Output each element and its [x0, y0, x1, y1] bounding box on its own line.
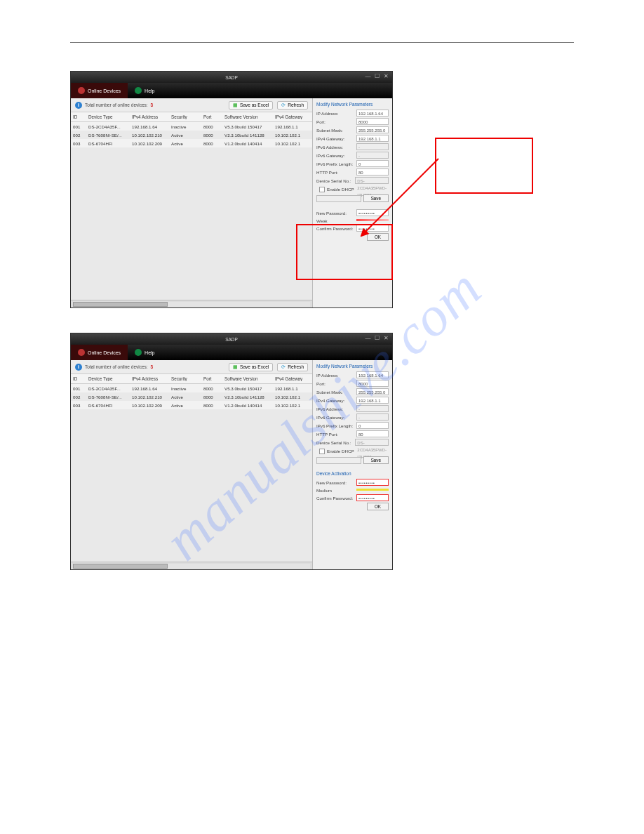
refresh-button[interactable]: ⟳ Refresh	[277, 363, 308, 371]
col-id[interactable]: ID	[71, 114, 86, 119]
horizontal-scrollbar[interactable]	[71, 300, 312, 307]
button-label: Save as Excel	[240, 102, 269, 107]
col-sec[interactable]: Security	[169, 114, 201, 119]
subnet-input[interactable]: 255.255.255.0	[356, 126, 389, 133]
excel-icon: ▦	[233, 102, 238, 108]
close-icon[interactable]: ✕	[383, 73, 389, 79]
network-params-pane: Modify Network Parameters IP Address:192…	[313, 360, 392, 569]
refresh-button[interactable]: ⟳ Refresh	[277, 101, 308, 110]
maximize-icon[interactable]: ☐	[374, 335, 380, 341]
col-sv[interactable]: Software Version	[222, 376, 273, 381]
col-sv[interactable]: Software Version	[222, 114, 273, 119]
col-type[interactable]: Device Type	[86, 376, 130, 381]
http-port-input[interactable]: 80	[356, 168, 389, 176]
tab-bar: Online Devices Help	[71, 345, 392, 360]
refresh-icon: ⟳	[281, 364, 286, 370]
ok-button[interactable]: OK	[367, 503, 389, 510]
help-icon	[135, 87, 142, 94]
tab-help[interactable]: Help	[128, 83, 161, 98]
page-rule	[70, 42, 574, 43]
confirm-password-input[interactable]: •••••••••	[356, 225, 389, 232]
password-input[interactable]	[316, 195, 361, 202]
col-port[interactable]: Port	[201, 376, 222, 381]
tab-label: Online Devices	[88, 350, 121, 355]
save-as-excel-button[interactable]: ▦ Save as Excel	[229, 363, 273, 371]
col-gw[interactable]: IPv4 Gateway	[273, 114, 312, 119]
sadp-window: SADP — ☐ ✕ Online Devices Help i	[70, 333, 393, 570]
col-sec[interactable]: Security	[169, 376, 201, 381]
ip-input[interactable]: 192.168.1.64	[356, 371, 389, 378]
table-row[interactable]: 002 DS-7608NI-SE/... 10.102.102.210 Acti…	[71, 392, 312, 401]
excel-icon: ▦	[233, 364, 238, 370]
col-gw[interactable]: IPv4 Gateway	[273, 376, 312, 381]
http-port-input[interactable]: 80	[356, 430, 389, 437]
col-type[interactable]: Device Type	[86, 114, 130, 119]
subnet-input[interactable]: 255.255.255.0	[356, 388, 389, 395]
ipv6-input[interactable]: -	[356, 405, 389, 412]
table-row[interactable]: 001 DS-2CD4A35F... 192.168.1.64 Inactive…	[71, 122, 312, 131]
port-input[interactable]: 8000	[356, 118, 389, 125]
strength-bar	[356, 219, 389, 221]
maximize-icon[interactable]: ☐	[374, 73, 380, 79]
window-title: SADP	[225, 337, 238, 342]
tab-bar: Online Devices Help	[71, 83, 392, 98]
annotation-callout-box	[435, 138, 533, 194]
device-count: 3	[151, 102, 154, 107]
window-title: SADP	[225, 75, 238, 80]
ip-input[interactable]: 192.168.1.64	[356, 110, 389, 117]
window-titlebar: SADP — ☐ ✕	[71, 333, 392, 345]
side-title: Modify Network Parameters	[316, 364, 389, 369]
scroll-thumb[interactable]	[73, 302, 168, 307]
table-row[interactable]: 003 DS-6704HFI 10.102.102.209 Active 800…	[71, 139, 312, 147]
strength-label: Weak	[316, 218, 354, 223]
tab-help[interactable]: Help	[128, 345, 161, 360]
save-button[interactable]: Save	[363, 456, 389, 464]
ipv6-input[interactable]: -	[356, 143, 389, 150]
info-icon: i	[75, 102, 82, 109]
save-button[interactable]: Save	[363, 194, 389, 202]
button-label: Save as Excel	[240, 364, 269, 369]
strength-label: Medium	[316, 488, 354, 493]
devices-icon	[78, 349, 85, 356]
ipv6-gateway-input[interactable]: -	[356, 152, 389, 159]
side-title: Modify Network Parameters	[316, 102, 389, 107]
new-password-input[interactable]: •••••••••	[356, 479, 389, 486]
window-titlebar: SADP — ☐ ✕	[71, 72, 392, 83]
table-row[interactable]: 001 DS-2CD4A35F... 192.168.1.64 Inactive…	[71, 384, 312, 392]
gateway-input[interactable]: 192.168.1.1	[356, 135, 389, 142]
col-ip[interactable]: IPv4 Address	[130, 376, 169, 381]
ipv6-prefix-input[interactable]: 0	[356, 160, 389, 167]
save-as-excel-button[interactable]: ▦ Save as Excel	[229, 101, 273, 110]
gateway-input[interactable]: 192.168.1.1	[356, 397, 389, 404]
button-label: Refresh	[288, 364, 304, 369]
ipv6-prefix-input[interactable]: 0	[356, 422, 389, 429]
tab-label: Online Devices	[88, 88, 121, 93]
confirm-password-input[interactable]: •••••••••	[356, 494, 389, 501]
device-activation-section: Device Activation New Password:•••••••••…	[316, 471, 389, 510]
table-row[interactable]: 003 DS-6704HFI 10.102.102.209 Active 800…	[71, 401, 312, 409]
device-count-label: Total number of online devices:	[85, 102, 148, 107]
password-input[interactable]	[316, 457, 361, 464]
info-icon: i	[75, 364, 82, 371]
device-count: 3	[151, 364, 154, 369]
ok-button[interactable]: OK	[367, 233, 389, 241]
network-params-pane: Modify Network Parameters IP Address:192…	[313, 98, 392, 307]
button-label: Refresh	[288, 102, 304, 107]
tab-online-devices[interactable]: Online Devices	[71, 345, 128, 360]
minimize-icon[interactable]: —	[365, 73, 371, 79]
close-icon[interactable]: ✕	[383, 335, 389, 341]
col-port[interactable]: Port	[201, 114, 222, 119]
horizontal-scrollbar[interactable]	[71, 562, 312, 569]
minimize-icon[interactable]: —	[365, 335, 371, 341]
refresh-icon: ⟳	[281, 102, 286, 108]
ipv6-gateway-input[interactable]: -	[356, 413, 389, 421]
table-row[interactable]: 002 DS-7608NI-SE/... 10.102.102.210 Acti…	[71, 131, 312, 139]
port-input[interactable]: 8000	[356, 380, 389, 387]
devices-icon	[78, 87, 85, 94]
col-ip[interactable]: IPv4 Address	[130, 114, 169, 119]
col-id[interactable]: ID	[71, 376, 86, 381]
tab-online-devices[interactable]: Online Devices	[71, 83, 128, 98]
scroll-thumb[interactable]	[73, 564, 168, 569]
new-password-input[interactable]: •••••••••	[356, 209, 389, 216]
strength-bar	[356, 489, 389, 491]
